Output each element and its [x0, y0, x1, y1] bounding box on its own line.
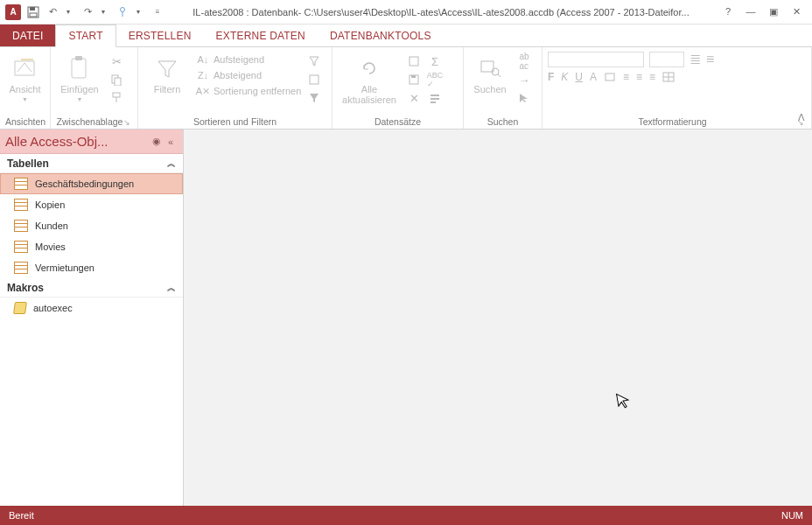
svg-line-21 [498, 74, 500, 77]
access-app-icon: A [5, 4, 21, 20]
save-icon[interactable] [26, 5, 40, 19]
more-records-icon[interactable] [427, 90, 443, 106]
find-small-buttons: abac → [516, 51, 532, 106]
refresh-icon [355, 54, 383, 82]
gridlines-icon[interactable] [662, 72, 675, 82]
absteigend-button[interactable]: Z↓Absteigend [196, 68, 301, 82]
nav-group-tabellen[interactable]: Tabellen ︽ [0, 154, 183, 173]
aktualisieren-button[interactable]: Alle aktualisieren [338, 51, 401, 105]
table-item-movies[interactable]: Movies [0, 236, 183, 257]
font-size-combo[interactable] [649, 52, 684, 67]
macro-item-label: autoexec [33, 303, 73, 313]
sort-asc-icon: A↓ [196, 52, 210, 66]
ansicht-button[interactable]: Ansicht ▼ [5, 51, 45, 102]
align-right-icon[interactable]: ≡ [649, 71, 655, 83]
filtern-button[interactable]: Filtern [144, 51, 191, 94]
underline-icon[interactable]: U [575, 71, 583, 83]
nav-group-makros[interactable]: Makros ︽ [0, 278, 183, 298]
nav-collapse-icon[interactable]: « [164, 136, 178, 147]
svg-rect-2 [30, 13, 37, 17]
tabellen-label: Tabellen [7, 158, 167, 170]
totals-icon[interactable]: Σ [427, 53, 443, 69]
collapse-ribbon-icon[interactable]: ᐱ [798, 112, 805, 123]
svg-rect-17 [430, 98, 439, 100]
tab-externe-daten[interactable]: EXTERNE DATEN [204, 24, 318, 46]
navigation-pane: Alle Access-Obj... ◉ « Tabellen ︽ Geschä… [0, 130, 184, 506]
table-item-geschaeftsbedingungen[interactable]: Geschäftsbedingungen [0, 173, 183, 194]
table-icon [14, 262, 28, 274]
svg-rect-15 [411, 75, 416, 78]
table-item-label: Movies [35, 242, 66, 252]
selection-filter-icon[interactable] [306, 53, 322, 69]
close-icon[interactable]: ✕ [789, 6, 803, 18]
redo-dropdown-icon[interactable]: ▼ [96, 5, 110, 19]
help-icon[interactable]: ? [721, 6, 735, 18]
table-icon [14, 199, 28, 211]
svg-rect-22 [606, 74, 614, 80]
italic-icon[interactable]: K [561, 71, 568, 83]
align-center-icon[interactable]: ≡ [636, 71, 642, 83]
touch-mode-icon[interactable] [116, 5, 130, 19]
copy-icon[interactable] [108, 72, 124, 88]
spelling-icon[interactable]: ABC✓ [427, 72, 443, 88]
fill-color-icon[interactable] [604, 72, 616, 82]
remove-sort-icon: A⨯ [196, 84, 210, 98]
table-icon [14, 220, 28, 232]
table-item-kunden[interactable]: Kunden [0, 215, 183, 236]
table-icon [14, 178, 28, 190]
minimize-icon[interactable]: — [744, 6, 758, 18]
delete-record-icon[interactable]: ✕ [406, 90, 422, 106]
advanced-filter-icon[interactable] [306, 72, 322, 88]
workspace [184, 130, 812, 506]
table-item-vermietungen[interactable]: Vermietungen [0, 257, 183, 278]
numbering-icon[interactable]: ≡ [706, 52, 714, 67]
save-record-icon[interactable] [406, 72, 422, 88]
einfuegen-label: Einfügen [60, 84, 98, 94]
align-left-icon[interactable]: ≡ [623, 71, 629, 83]
tab-datenbanktools[interactable]: DATENBANKTOOLS [318, 24, 444, 46]
view-icon [11, 54, 39, 82]
redo-icon[interactable]: ↷ [80, 5, 94, 19]
nav-dropdown-icon[interactable]: ◉ [150, 136, 164, 147]
aufsteigend-button[interactable]: A↓Aufsteigend [196, 52, 301, 66]
tab-erstellen[interactable]: ERSTELLEN [116, 24, 204, 46]
touch-dropdown-icon[interactable]: ▼ [131, 5, 145, 19]
undo-dropdown-icon[interactable]: ▼ [61, 5, 75, 19]
aktualisieren-label: Alle aktualisieren [342, 84, 396, 105]
toggle-filter-icon[interactable] [306, 90, 322, 106]
suchen-button[interactable]: Suchen [469, 51, 511, 94]
filter-small-buttons [306, 51, 322, 106]
table-item-label: Kunden [35, 220, 68, 231]
font-name-combo[interactable] [548, 52, 644, 67]
sortierung-entfernen-button[interactable]: A⨯Sortierung entfernen [196, 84, 301, 98]
replace-icon[interactable]: abac [516, 53, 532, 69]
dialog-launcher-icon[interactable]: ↘ [123, 118, 132, 127]
goto-icon[interactable]: → [516, 72, 532, 88]
table-item-kopien[interactable]: Kopien [0, 194, 183, 215]
nav-pane-header[interactable]: Alle Access-Obj... ◉ « [0, 130, 183, 154]
chevron-down-icon: ▼ [77, 96, 83, 102]
tab-datei[interactable]: DATEI [0, 24, 55, 46]
format-painter-icon[interactable] [108, 90, 124, 106]
qat-customize-icon[interactable]: ≡ [150, 5, 164, 19]
table-item-label: Vermietungen [35, 262, 94, 273]
group-label-sortieren: Sortieren und Filtern [144, 115, 326, 127]
main-area: Alle Access-Obj... ◉ « Tabellen ︽ Geschä… [0, 130, 812, 506]
ribbon-group-ansichten: Ansicht ▼ Ansichten [0, 47, 51, 129]
font-color-icon[interactable]: A [590, 71, 597, 83]
nav-pane-title: Alle Access-Obj... [5, 134, 150, 149]
cut-icon[interactable]: ✂ [108, 53, 124, 69]
table-item-label: Kopien [35, 200, 65, 210]
undo-icon[interactable]: ↶ [46, 5, 60, 19]
collapse-group-icon[interactable]: ︽ [167, 158, 176, 170]
select-icon[interactable] [516, 90, 532, 106]
einfuegen-button[interactable]: Einfügen ▼ [56, 51, 103, 102]
macro-item-autoexec[interactable]: autoexec [0, 298, 183, 318]
new-record-icon[interactable] [406, 53, 422, 69]
bullets-icon[interactable]: ≣ [690, 51, 701, 67]
collapse-group-icon[interactable]: ︽ [167, 282, 176, 294]
restore-icon[interactable]: ▣ [766, 6, 780, 18]
tab-start[interactable]: START [55, 24, 116, 47]
svg-rect-12 [310, 75, 318, 84]
bold-icon[interactable]: F [548, 71, 554, 83]
